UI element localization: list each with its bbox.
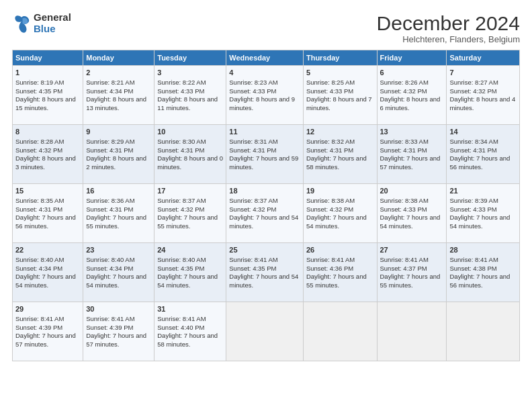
sunset-text: Sunset: 4:31 PM xyxy=(86,146,151,155)
day-number: 14 xyxy=(449,127,517,137)
col-saturday: Saturday xyxy=(447,50,520,66)
calendar-cell: 30Sunrise: 8:41 AMSunset: 4:39 PMDayligh… xyxy=(83,302,154,361)
calendar-header-row: Sunday Monday Tuesday Wednesday Thursday… xyxy=(13,50,520,66)
calendar-cell: 20Sunrise: 8:38 AMSunset: 4:33 PMDayligh… xyxy=(377,184,447,243)
sunset-text: Sunset: 4:31 PM xyxy=(449,146,517,155)
sunrise-text: Sunrise: 8:37 AM xyxy=(157,197,223,205)
daylight-text: Daylight: 7 hours and 54 minutes. xyxy=(449,214,517,231)
col-wednesday: Wednesday xyxy=(226,50,304,66)
daylight-text: Daylight: 8 hours and 11 minutes. xyxy=(157,95,223,113)
day-number: 7 xyxy=(449,68,517,78)
sunrise-text: Sunrise: 8:41 AM xyxy=(306,256,374,265)
daylight-text: Daylight: 7 hours and 54 minutes. xyxy=(229,214,300,231)
calendar-week-3: 22Sunrise: 8:40 AMSunset: 4:34 PMDayligh… xyxy=(13,243,520,302)
calendar-cell: 3Sunrise: 8:22 AMSunset: 4:33 PMDaylight… xyxy=(154,66,226,125)
day-number: 25 xyxy=(229,245,300,255)
calendar-cell: 7Sunrise: 8:27 AMSunset: 4:32 PMDaylight… xyxy=(447,66,520,125)
sunrise-text: Sunrise: 8:19 AM xyxy=(15,79,80,87)
daylight-text: Daylight: 7 hours and 54 minutes. xyxy=(229,273,300,290)
daylight-text: Daylight: 8 hours and 3 minutes. xyxy=(15,154,80,172)
calendar-cell: 9Sunrise: 8:29 AMSunset: 4:31 PMDaylight… xyxy=(83,125,154,184)
sunset-text: Sunset: 4:34 PM xyxy=(15,265,80,273)
daylight-text: Daylight: 7 hours and 54 minutes. xyxy=(380,214,444,231)
sunset-text: Sunset: 4:31 PM xyxy=(306,146,374,155)
calendar-cell: 5Sunrise: 8:25 AMSunset: 4:33 PMDaylight… xyxy=(303,66,377,125)
daylight-text: Daylight: 7 hours and 55 minutes. xyxy=(86,214,151,231)
sunrise-text: Sunrise: 8:21 AM xyxy=(86,79,151,87)
col-tuesday: Tuesday xyxy=(154,50,226,66)
header: General Blue December 2024 Helchteren, F… xyxy=(12,12,520,44)
sunrise-text: Sunrise: 8:41 AM xyxy=(157,315,223,324)
sunset-text: Sunset: 4:33 PM xyxy=(157,87,223,96)
calendar-cell: 16Sunrise: 8:36 AMSunset: 4:31 PMDayligh… xyxy=(83,184,154,243)
sunset-text: Sunset: 4:34 PM xyxy=(86,265,151,273)
day-number: 28 xyxy=(449,245,517,255)
sunrise-text: Sunrise: 8:35 AM xyxy=(15,197,80,205)
calendar-cell xyxy=(303,302,377,361)
sunrise-text: Sunrise: 8:31 AM xyxy=(229,138,300,146)
daylight-text: Daylight: 7 hours and 54 minutes. xyxy=(306,214,374,231)
sunset-text: Sunset: 4:33 PM xyxy=(380,205,444,214)
sunset-text: Sunset: 4:32 PM xyxy=(157,205,223,214)
daylight-text: Daylight: 8 hours and 6 minutes. xyxy=(380,95,444,113)
calendar-cell: 23Sunrise: 8:40 AMSunset: 4:34 PMDayligh… xyxy=(83,243,154,302)
sunrise-text: Sunrise: 8:29 AM xyxy=(86,138,151,146)
sunrise-text: Sunrise: 8:38 AM xyxy=(380,197,444,205)
daylight-text: Daylight: 7 hours and 55 minutes. xyxy=(157,214,223,231)
calendar-cell: 12Sunrise: 8:32 AMSunset: 4:31 PMDayligh… xyxy=(303,125,377,184)
day-number: 19 xyxy=(306,186,374,196)
sunrise-text: Sunrise: 8:40 AM xyxy=(86,256,151,265)
sunrise-text: Sunrise: 8:40 AM xyxy=(15,256,80,265)
sunrise-text: Sunrise: 8:41 AM xyxy=(380,256,444,265)
daylight-text: Daylight: 7 hours and 55 minutes. xyxy=(380,273,444,290)
day-number: 12 xyxy=(306,127,374,137)
daylight-text: Daylight: 7 hours and 58 minutes. xyxy=(157,332,223,349)
sunrise-text: Sunrise: 8:41 AM xyxy=(15,315,80,324)
daylight-text: Daylight: 7 hours and 57 minutes. xyxy=(15,332,80,349)
sunset-text: Sunset: 4:33 PM xyxy=(229,87,300,96)
day-number: 15 xyxy=(15,186,80,196)
day-number: 30 xyxy=(86,304,151,314)
day-number: 6 xyxy=(380,68,444,78)
calendar-cell: 31Sunrise: 8:41 AMSunset: 4:40 PMDayligh… xyxy=(154,302,226,361)
col-sunday: Sunday xyxy=(13,50,83,66)
sunrise-text: Sunrise: 8:39 AM xyxy=(449,197,517,205)
sunrise-text: Sunrise: 8:40 AM xyxy=(157,256,223,265)
calendar-cell: 27Sunrise: 8:41 AMSunset: 4:37 PMDayligh… xyxy=(377,243,447,302)
calendar-cell: 4Sunrise: 8:23 AMSunset: 4:33 PMDaylight… xyxy=(226,66,304,125)
sunrise-text: Sunrise: 8:41 AM xyxy=(449,256,517,265)
daylight-text: Daylight: 7 hours and 57 minutes. xyxy=(380,154,444,172)
calendar-cell: 1Sunrise: 8:19 AMSunset: 4:35 PMDaylight… xyxy=(13,66,83,125)
daylight-text: Daylight: 7 hours and 56 minutes. xyxy=(449,154,517,172)
sunset-text: Sunset: 4:31 PM xyxy=(157,146,223,155)
col-friday: Friday xyxy=(377,50,447,66)
daylight-text: Daylight: 7 hours and 56 minutes. xyxy=(449,273,517,290)
calendar-cell xyxy=(377,302,447,361)
daylight-text: Daylight: 7 hours and 55 minutes. xyxy=(306,273,374,290)
calendar-cell: 11Sunrise: 8:31 AMSunset: 4:31 PMDayligh… xyxy=(226,125,304,184)
calendar-cell: 25Sunrise: 8:41 AMSunset: 4:35 PMDayligh… xyxy=(226,243,304,302)
sunrise-text: Sunrise: 8:34 AM xyxy=(449,138,517,146)
calendar-cell: 14Sunrise: 8:34 AMSunset: 4:31 PMDayligh… xyxy=(447,125,520,184)
sunrise-text: Sunrise: 8:22 AM xyxy=(157,79,223,87)
day-number: 23 xyxy=(86,245,151,255)
sunrise-text: Sunrise: 8:41 AM xyxy=(229,256,300,265)
day-number: 9 xyxy=(86,127,151,137)
col-monday: Monday xyxy=(83,50,154,66)
sunset-text: Sunset: 4:39 PM xyxy=(86,324,151,332)
calendar-cell: 6Sunrise: 8:26 AMSunset: 4:32 PMDaylight… xyxy=(377,66,447,125)
calendar-cell: 10Sunrise: 8:30 AMSunset: 4:31 PMDayligh… xyxy=(154,125,226,184)
daylight-text: Daylight: 8 hours and 13 minutes. xyxy=(86,95,151,113)
day-number: 4 xyxy=(229,68,300,78)
calendar-cell: 28Sunrise: 8:41 AMSunset: 4:38 PMDayligh… xyxy=(447,243,520,302)
daylight-text: Daylight: 8 hours and 7 minutes. xyxy=(306,95,374,113)
calendar-week-4: 29Sunrise: 8:41 AMSunset: 4:39 PMDayligh… xyxy=(13,302,520,361)
daylight-text: Daylight: 7 hours and 54 minutes. xyxy=(157,273,223,290)
logo-line2: Blue xyxy=(34,24,71,35)
day-number: 5 xyxy=(306,68,374,78)
sunrise-text: Sunrise: 8:23 AM xyxy=(229,79,300,87)
logo-line1: General xyxy=(34,12,71,24)
calendar-cell: 8Sunrise: 8:28 AMSunset: 4:32 PMDaylight… xyxy=(13,125,83,184)
day-number: 8 xyxy=(15,127,80,137)
logo-text-block: General Blue xyxy=(34,12,71,34)
